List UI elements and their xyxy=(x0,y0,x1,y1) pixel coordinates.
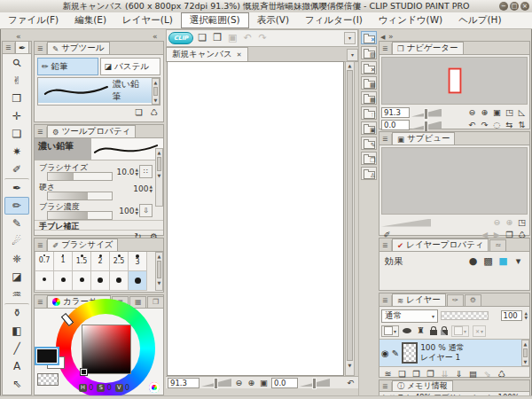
new-layer-button[interactable]: ❏ xyxy=(396,369,408,379)
operation-tool[interactable]: ❒ xyxy=(4,90,29,107)
stepper[interactable]: ▲▼ xyxy=(136,207,138,215)
nav-flip-horizontal-button[interactable]: ⇆ xyxy=(504,120,515,130)
canvas-rotate-reset-icon[interactable]: ↶ xyxy=(345,378,356,388)
layer-property-extra-tab[interactable]: ≈ xyxy=(489,239,506,251)
tab-brush-size[interactable]: ✐ ブラシサイズ xyxy=(47,239,118,251)
tool-property-scrollbar[interactable]: ▲ ▼ xyxy=(155,148,163,207)
navigator-rotation-value[interactable]: 0.0 xyxy=(381,120,410,130)
text-tool[interactable]: A xyxy=(4,357,29,375)
nav-actual-size-button[interactable]: ◺ xyxy=(516,107,528,118)
tab-subtool[interactable]: ✎ サブツール xyxy=(47,42,110,54)
subtool-menu-icon[interactable]: ☰ xyxy=(35,43,47,54)
create-subtool-button[interactable]: ❏ xyxy=(133,107,145,118)
new-folder-button[interactable]: ❒ xyxy=(411,369,422,379)
brush-tool[interactable]: ✎ xyxy=(4,215,29,232)
sv-marker[interactable] xyxy=(81,369,87,375)
new-file-button[interactable]: ❏ xyxy=(196,32,208,44)
opacity-value[interactable]: 100 xyxy=(501,310,522,321)
tab-navigator[interactable]: ❐ ナビゲーター xyxy=(392,42,464,54)
brush-size-5[interactable] xyxy=(54,271,73,291)
clip-studio-button[interactable]: CLIP xyxy=(168,32,193,44)
material-folder-pose[interactable]: ♙ xyxy=(361,167,377,180)
brush-size-2[interactable]: 2 xyxy=(91,252,110,271)
brush-size-1[interactable]: 1 xyxy=(54,252,73,271)
material-folder-effect[interactable]: ∷ xyxy=(361,106,377,120)
blend-tool[interactable]: ♒ xyxy=(4,286,29,303)
navigator-rotation-slider[interactable] xyxy=(411,121,442,129)
tone-effect-button[interactable]: ▩ xyxy=(482,256,494,267)
command-bar-overflow-icon[interactable]: ▾ xyxy=(344,32,356,44)
restore-button[interactable]: □ xyxy=(510,2,519,11)
fill-tool[interactable]: ⚱ xyxy=(4,303,29,322)
merge-with-lower-button[interactable]: ⇓ xyxy=(453,369,465,379)
brush-size-8[interactable] xyxy=(110,271,129,291)
open-file-button[interactable]: ❒ xyxy=(211,32,223,44)
hand-tool[interactable]: ✌ xyxy=(4,72,29,90)
brush-size-6[interactable] xyxy=(73,271,91,291)
expression-color-dropdown[interactable]: ▾ xyxy=(512,256,524,267)
decoration-tool[interactable]: ❈ xyxy=(4,250,29,268)
layer-property-menu-icon[interactable]: ☰ xyxy=(379,240,392,251)
gradient-tool[interactable]: ◧ xyxy=(4,322,29,340)
eyedropper-tool[interactable]: ✐ xyxy=(4,160,29,178)
clip-to-layer-below-icon[interactable] xyxy=(403,328,411,333)
eraser-tool[interactable]: ◪ xyxy=(4,268,29,286)
tool-property-menu-icon[interactable]: ☰ xyxy=(35,127,47,137)
close-button[interactable]: × xyxy=(520,2,529,11)
opacity-stepper[interactable]: ▲▼ xyxy=(525,311,528,320)
menu-select[interactable]: 選択範囲(S) xyxy=(181,12,249,28)
tab-tool-property[interactable]: ⚙ ツールプロパティ xyxy=(47,125,136,137)
layer-panel-menu-icon[interactable]: ☰ xyxy=(379,295,392,306)
zoom-tool[interactable]: ⚲ xyxy=(4,54,29,72)
figure-tool[interactable]: ╱ xyxy=(4,340,29,357)
color-wheel-toggle-button[interactable] xyxy=(149,382,160,393)
color-panel-menu-icon[interactable]: ☰ xyxy=(35,297,47,308)
transparent-color-swatch[interactable] xyxy=(37,373,59,386)
menu-file[interactable]: ファイル(F) xyxy=(0,12,66,28)
material-folder-halftone[interactable]: ▩ xyxy=(361,76,377,90)
layer-visibility-icon[interactable]: ◉ xyxy=(381,348,389,358)
lock-layer-icon[interactable] xyxy=(430,330,437,335)
brush-size-3[interactable]: 3 xyxy=(129,252,147,271)
tab-layer-property[interactable]: ✔ レイヤープロパティ xyxy=(392,239,489,251)
layer-color-button[interactable]: ■ xyxy=(497,256,509,267)
enable-mask-dropdown[interactable]: ▾ xyxy=(451,325,469,337)
menu-filter[interactable]: フィルター(I) xyxy=(297,12,371,28)
navigator-menu-icon[interactable]: ☰ xyxy=(379,43,392,54)
material-folder-3d[interactable]: ❒ xyxy=(361,152,377,165)
canvas-zoom-out-button[interactable]: ⊖ xyxy=(233,378,245,388)
duplicate-layer-button[interactable]: ❐ xyxy=(425,369,436,379)
subtool-tab-pastel[interactable]: ◪ パステル xyxy=(100,58,161,75)
nav-zoom-out-button[interactable]: ⊖ xyxy=(466,107,478,118)
stepper[interactable]: ▲▼ xyxy=(150,184,153,193)
navigator-zoom-slider[interactable] xyxy=(411,109,442,117)
brush-size-4[interactable] xyxy=(35,271,54,291)
ruler-dropdown[interactable]: ✕▾ xyxy=(473,325,486,337)
canvas-fit-button[interactable]: ▣ xyxy=(258,378,270,388)
subtool-scrollbar[interactable]: ▲ ▼ xyxy=(152,78,160,105)
tab-subview[interactable]: ▣ サブビュー xyxy=(392,132,455,145)
delete-subtool-button[interactable]: ♺ xyxy=(148,107,160,118)
material-folder-gradient[interactable]: ✕ xyxy=(361,61,377,74)
auto-select-tool[interactable]: ✷ xyxy=(4,143,29,160)
redo-button[interactable]: ↷ xyxy=(256,32,269,44)
layer-name[interactable]: レイヤー 1 xyxy=(420,353,464,363)
slider-extra-button[interactable]: ∷ xyxy=(139,165,153,178)
canvas-zoom-slider[interactable] xyxy=(201,379,231,387)
layer-mask-button[interactable]: ⇘ xyxy=(481,369,493,379)
tool-palette-menu-icon[interactable]: ☰ xyxy=(3,43,15,53)
brush-size-menu-icon[interactable]: ☰ xyxy=(35,240,47,251)
material-folder-image[interactable]: ▣ xyxy=(361,121,377,135)
nav-rotate-left-button[interactable]: ↶ xyxy=(466,120,478,130)
collapse-palette-icon[interactable]: « xyxy=(153,32,158,41)
nav-flip-vertical-button[interactable]: ⇅ xyxy=(516,120,528,130)
expand-right-panel-icon[interactable]: » xyxy=(388,32,394,41)
blend-mode-select[interactable]: 通常 ▾ xyxy=(381,309,438,323)
menu-window[interactable]: ウィンドウ(W) xyxy=(371,12,450,28)
menu-edit[interactable]: 編集(E) xyxy=(66,12,114,28)
opacity-slider[interactable] xyxy=(441,311,489,320)
stepper[interactable]: ▲▼ xyxy=(136,168,138,176)
material-folder-frame-template[interactable]: ▦ xyxy=(361,91,377,105)
subview-zoom-in-button[interactable]: ⊕ xyxy=(504,217,515,228)
nav-rotate-right-button[interactable]: ↷ xyxy=(479,120,490,130)
